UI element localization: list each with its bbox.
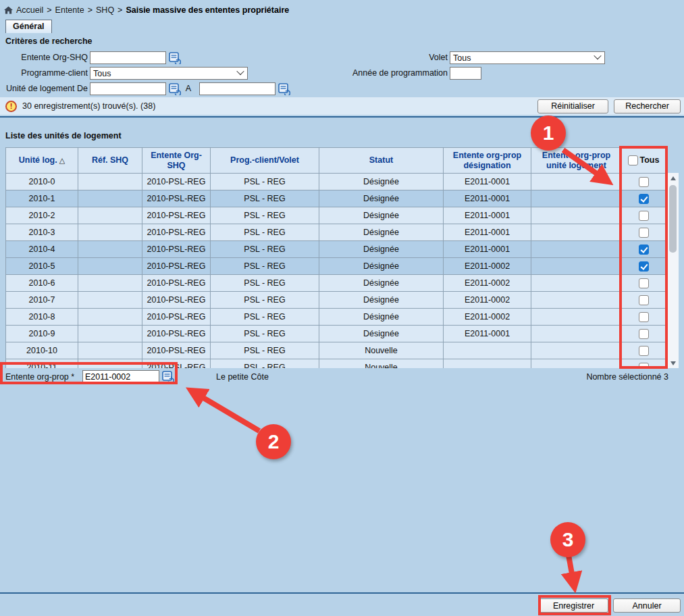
row-select-checkbox[interactable]	[639, 346, 649, 356]
scrollbar-thumb[interactable]	[669, 185, 677, 253]
row-select-checkbox[interactable]	[639, 177, 649, 187]
breadcrumb-separator: >	[117, 5, 122, 15]
breadcrumb-link-shq[interactable]: SHQ	[96, 5, 114, 15]
result-message-bar: ! 30 enregistrement(s) trouvé(s). (38) R…	[0, 97, 684, 115]
home-icon[interactable]	[4, 6, 13, 14]
volet-select[interactable]: Tous	[450, 51, 605, 64]
reset-button[interactable]: Réinitialiser	[537, 99, 608, 113]
cell-entente_org_shq: 2010-PSL-REG	[142, 359, 211, 369]
cell-prog_client_volet: PSL - REG	[211, 359, 319, 369]
table-row: 2010-02010-PSL-REGPSL - REGDésignéeE2011…	[6, 174, 666, 190]
cell-statut: Désignée	[319, 174, 444, 190]
unite-logement-de-input[interactable]	[90, 82, 166, 95]
row-select-checkbox[interactable]	[639, 211, 649, 221]
cell-statut: Désignée	[319, 292, 444, 309]
cell-statut: Désignée	[319, 241, 444, 258]
section-divider	[0, 116, 684, 118]
table-row: 2010-72010-PSL-REGPSL - REGDésignéeE2011…	[6, 292, 666, 309]
scrollbar-up-arrow[interactable]	[667, 173, 679, 183]
cell-prog_client_volet: PSL - REG	[211, 258, 319, 275]
programme-client-label: Programme-client	[1, 67, 88, 80]
cell-unite_logement	[531, 241, 622, 258]
row-select-checkbox[interactable]	[639, 278, 649, 288]
entente-org-prop-input[interactable]	[82, 370, 159, 383]
table-row: 2010-22010-PSL-REGPSL - REGDésignéeE2011…	[6, 207, 666, 224]
warning-icon: !	[5, 101, 17, 112]
cell-ref_shq	[78, 326, 142, 342]
cell-prog_client_volet: PSL - REG	[211, 207, 319, 224]
cell-designation: E2011-0001	[444, 224, 531, 241]
select-all-label: Tous	[640, 155, 660, 165]
cell-statut: Désignée	[319, 207, 444, 224]
volet-label: Volet	[271, 51, 448, 64]
cell-ref_shq	[78, 241, 142, 258]
column-header-prog_client_volet[interactable]: Prog.-client/Volet	[211, 148, 319, 174]
save-button[interactable]: Enregistrer	[539, 598, 608, 613]
cell-unite_log: 2010-10	[6, 342, 78, 359]
search-button[interactable]: Rechercher	[614, 99, 681, 113]
row-select-checkbox[interactable]	[639, 228, 649, 238]
programme-client-selected-value: Tous	[93, 69, 111, 78]
cell-ref_shq	[78, 359, 142, 369]
cancel-button[interactable]: Annuler	[613, 598, 681, 613]
cell-select	[622, 342, 666, 359]
select-all-checkbox[interactable]	[628, 155, 638, 165]
tab-general[interactable]: Général	[5, 20, 52, 33]
row-select-checkbox[interactable]	[639, 261, 649, 272]
cell-prog_client_volet: PSL - REG	[211, 174, 319, 190]
cell-prog_client_volet: PSL - REG	[211, 190, 319, 207]
table-scrollbar[interactable]	[667, 173, 679, 368]
cell-unite_log: 2010-11	[6, 359, 78, 369]
column-header-unite_logement[interactable]: Entente org-prop unité logement	[531, 148, 622, 174]
cell-select	[622, 309, 666, 326]
programme-client-select[interactable]: Tous	[90, 67, 248, 80]
column-header-statut[interactable]: Statut	[319, 148, 444, 174]
unit-table-zone: Unité log. △Réf. SHQEntente Org-SHQProg.…	[5, 147, 684, 368]
scrollbar-down-arrow[interactable]	[667, 358, 679, 368]
unit-table-body: 2010-02010-PSL-REGPSL - REGDésignéeE2011…	[6, 174, 666, 369]
entente-org-prop-lookup-icon[interactable]	[162, 371, 174, 383]
cell-designation: E2011-0002	[444, 292, 531, 309]
table-row: 2010-112010-PSL-REGPSL - REGNouvelle	[6, 359, 666, 369]
breadcrumb-link-accueil[interactable]: Accueil	[16, 5, 43, 15]
cell-ref_shq	[78, 292, 142, 309]
entente-org-prop-label: Entente org-prop *	[5, 372, 74, 382]
column-header-unite_log[interactable]: Unité log. △	[6, 148, 78, 174]
entente-org-shq-lookup-icon[interactable]	[169, 52, 181, 64]
row-select-checkbox[interactable]	[639, 194, 649, 204]
cell-select	[622, 174, 666, 190]
cell-statut: Désignée	[319, 326, 444, 342]
row-select-checkbox[interactable]	[639, 329, 649, 339]
cell-entente_org_shq: 2010-PSL-REG	[142, 258, 211, 275]
entente-org-shq-input[interactable]	[90, 51, 166, 64]
column-header-designation[interactable]: Entente org-prop désignation	[444, 148, 531, 174]
cell-select	[622, 190, 666, 207]
row-select-checkbox[interactable]	[639, 245, 649, 255]
cell-unite_log: 2010-4	[6, 241, 78, 258]
annee-programmation-input[interactable]	[450, 67, 481, 80]
table-row: 2010-42010-PSL-REGPSL - REGDésignéeE2011…	[6, 241, 666, 258]
unite-logement-a-input[interactable]	[199, 82, 275, 95]
unite-logement-a-lookup-icon[interactable]	[278, 83, 290, 95]
unite-logement-a-label: A	[164, 82, 191, 95]
table-row: 2010-82010-PSL-REGPSL - REGDésignéeE2011…	[6, 309, 666, 326]
cell-unite_logement	[531, 190, 622, 207]
selected-count: Nombre sélectionné 3	[586, 372, 668, 382]
column-header-entente_org_shq[interactable]: Entente Org-SHQ	[142, 148, 211, 174]
row-select-checkbox[interactable]	[639, 363, 649, 368]
cell-select	[622, 292, 666, 309]
column-header-ref_shq[interactable]: Réf. SHQ	[78, 148, 142, 174]
row-select-checkbox[interactable]	[639, 295, 649, 305]
annotation-arrow-2	[193, 392, 259, 431]
cell-ref_shq	[78, 174, 142, 190]
breadcrumb-link-entente[interactable]: Entente	[55, 5, 84, 15]
cell-designation: E2011-0002	[444, 258, 531, 275]
row-select-checkbox[interactable]	[639, 312, 649, 322]
entente-org-shq-label: Entente Org-SHQ	[1, 51, 88, 64]
cell-designation: E2011-0001	[444, 174, 531, 190]
table-row: 2010-92010-PSL-REGPSL - REGDésignéeE2011…	[6, 326, 666, 342]
cell-ref_shq	[78, 309, 142, 326]
unit-table-header-row: Unité log. △Réf. SHQEntente Org-SHQProg.…	[6, 148, 666, 174]
cell-unite_logement	[531, 174, 622, 190]
cell-entente_org_shq: 2010-PSL-REG	[142, 174, 211, 190]
